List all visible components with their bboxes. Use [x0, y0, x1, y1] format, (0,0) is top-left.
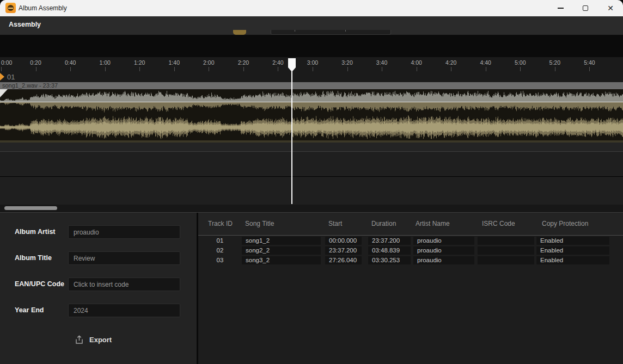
playhead-marker[interactable] — [288, 58, 296, 72]
ruler-tick — [243, 67, 244, 71]
ruler-tick — [486, 67, 486, 71]
track-table-header: Track ID Song Title Start Duration Artis… — [198, 213, 623, 236]
cell-duration[interactable]: 03:30.253 — [368, 256, 411, 264]
toolbar-partial-button[interactable] — [233, 30, 246, 35]
ruler-label: 2:00 — [203, 59, 214, 66]
ean-upc-field[interactable] — [68, 277, 180, 291]
cell-start[interactable]: 23:37.200 — [325, 246, 362, 255]
empty-lane-2[interactable] — [0, 152, 623, 177]
menu-assembly[interactable]: Assembly — [9, 21, 41, 28]
form-row-album-title: Album Title — [0, 251, 198, 265]
ruler-tick — [417, 67, 417, 71]
album-artist-field[interactable] — [68, 225, 180, 239]
header-artist-name[interactable]: Artist Name — [416, 220, 450, 227]
ruler-label: 5:20 — [549, 59, 560, 66]
upload-icon — [75, 335, 83, 344]
header-song-title[interactable]: Song Title — [245, 220, 274, 227]
ruler-tick — [1, 67, 2, 71]
ruler-tick — [139, 67, 140, 71]
header-duration[interactable]: Duration — [371, 220, 396, 227]
header-start[interactable]: Start — [328, 220, 342, 227]
clip-title-bar[interactable]: song1_2.wav - 23:37 — [0, 82, 623, 89]
cell-copy-protection[interactable]: Enabled — [536, 246, 609, 255]
cell-duration[interactable]: 03:48.839 — [368, 246, 411, 255]
cell-artist-name[interactable]: proaudio — [413, 256, 474, 264]
ruler-label: 0:00 — [1, 59, 12, 66]
album-title-field[interactable] — [68, 251, 180, 265]
playhead-line[interactable] — [291, 59, 292, 204]
ruler-label: 1:00 — [99, 59, 110, 66]
ruler-label: 1:40 — [169, 59, 180, 66]
cell-track-id: 02 — [198, 246, 242, 255]
cell-isrc-code[interactable] — [478, 256, 534, 264]
ean-upc-label: EAN/UPC Code — [15, 277, 64, 291]
header-isrc-code[interactable]: ISRC Code — [482, 220, 515, 227]
track-table-body: 01song1_200:00.00023:37.200proaudioEnabl… — [198, 236, 623, 266]
album-title-label: Album Title — [15, 251, 52, 265]
form-row-ean-upc: EAN/UPC Code — [0, 277, 198, 291]
toolbar-partial-slider[interactable] — [271, 30, 391, 35]
album-form-panel: Album Artist Album Title EAN/UPC Code Ye… — [0, 213, 198, 364]
cell-song-title[interactable]: song2_2 — [242, 246, 321, 255]
header-track-id[interactable]: Track ID — [208, 220, 233, 227]
close-button[interactable]: ✕ — [598, 0, 623, 16]
ruler-label: 1:20 — [134, 59, 145, 66]
waveform-display[interactable] — [0, 89, 623, 140]
close-icon: ✕ — [607, 4, 614, 12]
waveform-logo-icon — [8, 5, 14, 11]
cell-isrc-code[interactable] — [478, 246, 534, 255]
cell-start[interactable]: 00:00.000 — [325, 237, 362, 245]
timeline-ruler[interactable]: 0:000:200:401:001:201:402:002:202:403:00… — [0, 57, 623, 71]
minimize-button[interactable] — [548, 0, 573, 16]
ruler-label: 0:40 — [65, 59, 76, 66]
export-button[interactable]: Export — [75, 331, 112, 348]
cell-copy-protection[interactable]: Enabled — [536, 256, 609, 264]
timeline-top-gap — [0, 35, 623, 57]
cell-duration[interactable]: 23:37.200 — [368, 237, 411, 245]
export-button-label: Export — [89, 336, 112, 344]
cell-artist-name[interactable]: proaudio — [413, 237, 474, 245]
ruler-tick — [209, 67, 209, 71]
track-header-row[interactable]: 01 — [0, 71, 623, 82]
slider-tick — [295, 30, 295, 32]
ruler-label: 5:00 — [515, 59, 526, 66]
ruler-label: 2:40 — [272, 59, 283, 66]
ruler-label: 2:20 — [238, 59, 249, 66]
horizontal-scrollbar-handle[interactable] — [4, 206, 57, 210]
ruler-label: 3:00 — [307, 59, 318, 66]
titlebar: Album Assembly ✕ — [0, 0, 623, 16]
cell-isrc-code[interactable] — [478, 237, 534, 245]
ruler-tick — [451, 67, 451, 71]
table-row: 03song3_227:26.04003:30.253proaudioEnabl… — [198, 256, 623, 266]
cell-artist-name[interactable]: proaudio — [413, 246, 474, 255]
ruler-tick — [174, 67, 175, 71]
empty-lane-1[interactable] — [0, 143, 623, 152]
ruler-tick — [520, 67, 521, 71]
maximize-button[interactable] — [573, 0, 598, 16]
track-number: 01 — [7, 73, 15, 81]
form-row-year-end: Year End — [0, 304, 198, 317]
cell-song-title[interactable]: song1_2 — [242, 237, 321, 245]
fade-in-handle[interactable] — [0, 89, 8, 97]
header-copy-protection[interactable]: Copy Protection — [542, 220, 588, 227]
horizontal-scrollbar-track[interactable] — [0, 205, 623, 212]
cell-song-title[interactable]: song3_2 — [242, 256, 321, 264]
bottom-panel: Album Artist Album Title EAN/UPC Code Ye… — [0, 212, 623, 364]
track-table-panel: Track ID Song Title Start Duration Artis… — [198, 213, 623, 364]
window-title: Album Assembly — [19, 4, 67, 12]
table-row: 02song2_223:37.20003:48.839proaudioEnabl… — [198, 246, 623, 256]
year-end-label: Year End — [15, 304, 44, 317]
cell-track-id: 03 — [198, 256, 242, 264]
album-artist-label: Album Artist — [15, 225, 56, 239]
menubar: Assembly — [0, 16, 623, 35]
form-row-album-artist: Album Artist — [0, 225, 198, 239]
empty-lane-3[interactable] — [0, 177, 623, 205]
ruler-tick — [105, 67, 106, 71]
cell-copy-protection[interactable]: Enabled — [536, 237, 609, 245]
ruler-label: 4:00 — [411, 59, 422, 66]
year-end-field[interactable] — [68, 304, 180, 317]
cell-track-id: 01 — [198, 237, 242, 245]
minimize-icon — [558, 8, 564, 8]
cell-start[interactable]: 27:26.040 — [325, 256, 362, 264]
ruler-tick — [36, 67, 36, 71]
